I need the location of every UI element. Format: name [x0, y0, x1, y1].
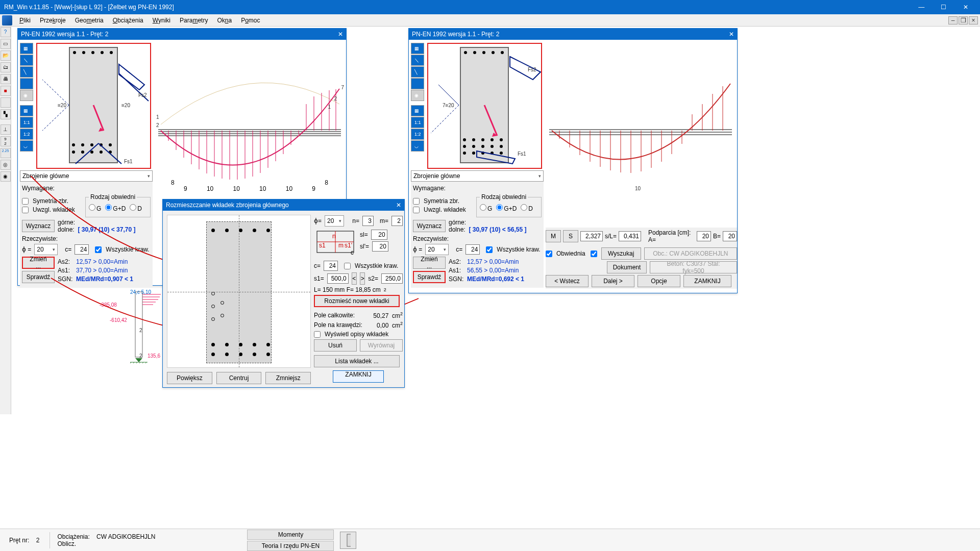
tool-circle-icon[interactable]: ◉ — [1, 171, 11, 182]
a-input[interactable] — [697, 231, 711, 241]
dlg-c-input[interactable] — [324, 261, 338, 271]
sprawdz-button[interactable]: Sprawdź — [22, 271, 55, 283]
tool-open-icon[interactable]: ▭ — [1, 39, 11, 49]
symetria-checkbox[interactable]: Symetria zbr. — [22, 197, 82, 205]
section-thumbnail-icon[interactable] — [340, 532, 356, 549]
tool-line1-icon-r[interactable]: ＼ — [411, 55, 424, 66]
radio-gd[interactable]: G+D — [105, 204, 126, 212]
radio-d-r[interactable]: D — [521, 204, 533, 212]
dlg-next-button[interactable]: > — [360, 272, 365, 285]
tool-12-icon-r[interactable]: 1:2 — [411, 129, 424, 140]
tool-11-icon-r[interactable]: 1:1 — [411, 117, 424, 128]
dalej-button[interactable]: Dalej > — [592, 275, 634, 287]
zmien-button[interactable]: Zmień ... — [22, 257, 55, 269]
menu-przekroje[interactable]: Przekroje — [36, 16, 70, 25]
tool-12-icon[interactable]: 1:2 — [20, 129, 33, 140]
wyswietl-checkbox[interactable]: Wyświetl opisy wkładek — [314, 331, 403, 338]
menu-parametry[interactable]: Parametry — [176, 16, 212, 25]
tool-arc-icon[interactable]: ◡ — [20, 140, 33, 152]
zamknij-button[interactable]: ZAMKNIJ — [683, 275, 731, 287]
tool-section-icon[interactable]: ⊥ — [1, 124, 11, 135]
mdi-close[interactable]: × — [969, 16, 978, 24]
dokument-button[interactable]: Dokument — [607, 261, 647, 273]
tool-grid-icon[interactable]: ▦ — [20, 43, 33, 54]
wyszukaj-button[interactable]: Wyszukaj — [601, 247, 641, 260]
phi-dropdown-r[interactable]: 20▾ — [425, 244, 449, 255]
tool-target-icon[interactable]: ◉ — [20, 90, 33, 101]
radio-gd-r[interactable]: G+D — [496, 204, 517, 212]
sl-value-input[interactable] — [619, 231, 641, 241]
tool-blank1[interactable] — [1, 97, 11, 108]
obwiednia-checkbox[interactable]: Obwiednia — [546, 250, 585, 257]
dlg-n-input[interactable] — [362, 216, 374, 226]
c-input-r[interactable] — [465, 244, 480, 255]
radio-g[interactable]: G — [89, 204, 101, 212]
tool-target-icon-r[interactable]: ◉ — [411, 90, 424, 101]
c-input[interactable] — [75, 244, 89, 255]
usun-button[interactable]: Usuń — [314, 339, 357, 352]
maximize-button[interactable]: ☐ — [934, 4, 954, 11]
menu-pomoc[interactable]: Pomoc — [237, 16, 264, 25]
radio-g-r[interactable]: G — [480, 204, 492, 212]
close-button[interactable]: ✕ — [955, 4, 976, 11]
tool-grid2-icon[interactable]: ▦ — [20, 105, 33, 116]
menu-wyniki[interactable]: Wyniki — [149, 16, 175, 25]
tool-spiral-icon[interactable]: ◎ — [1, 160, 11, 170]
tool-11-icon[interactable]: 1:1 — [20, 117, 33, 128]
uwzgl-checkbox[interactable]: Uwzgl. wkładek — [22, 206, 82, 213]
radio-d[interactable]: D — [130, 204, 142, 212]
section-dropdown-r[interactable]: Zbrojenie główne ▾ — [411, 170, 544, 182]
minimize-button[interactable]: — — [911, 4, 932, 11]
teoria-dropdown[interactable]: Teoria I rzędu PN-EN — [247, 541, 334, 551]
right-window-close-icon[interactable]: ✕ — [729, 31, 734, 38]
m-button[interactable]: M — [546, 230, 561, 242]
b-input[interactable] — [723, 231, 737, 241]
wyznacz-button[interactable]: Wyznacz — [22, 220, 55, 232]
dialog-close-icon[interactable]: ✕ — [396, 202, 401, 209]
opcje-button[interactable]: Opcje — [638, 275, 680, 287]
dlg-m-input[interactable] — [391, 216, 403, 226]
menu-okna[interactable]: Okna — [213, 16, 236, 25]
zmien-button-r[interactable]: Zmień ... — [413, 257, 446, 269]
mdi-restore[interactable]: ❐ — [959, 16, 968, 24]
s-button[interactable]: S — [563, 230, 578, 242]
tool-line1-icon[interactable]: ＼ — [20, 55, 33, 66]
tool-folder-icon[interactable]: 📂 — [1, 51, 11, 61]
all-kraw-checkbox[interactable]: Wszystkie kraw. — [95, 246, 149, 253]
dlg-s1-input[interactable] — [327, 273, 349, 284]
powieksz-button[interactable]: Powiększ — [167, 372, 212, 384]
s-value-input[interactable] — [580, 231, 603, 241]
tool-num-icon[interactable]: 92 — [1, 136, 11, 146]
tool-graph-icon[interactable]: ▚ — [1, 109, 11, 119]
all-kraw-checkbox-r[interactable]: Wszystkie kraw. — [486, 246, 540, 253]
dlg-allkraw-checkbox[interactable]: Wszystkie kraw. — [344, 262, 398, 269]
tool-grid-icon-r[interactable]: ▦ — [411, 43, 424, 54]
zmniejsz-button[interactable]: Zmniejsz — [265, 372, 311, 384]
tool-line2-icon-r[interactable]: ╲ — [411, 66, 424, 78]
dlg-zamknij-button[interactable]: ZAMKNIJ — [333, 370, 384, 383]
momenty-dropdown[interactable]: Momenty — [247, 530, 334, 540]
dlg-s2-input[interactable] — [381, 273, 403, 284]
dlg-phi-dropdown[interactable]: 20▾ — [325, 215, 344, 227]
rebar-section-canvas[interactable] — [167, 215, 311, 368]
tool-arc-icon-r[interactable]: ◡ — [411, 140, 424, 152]
symetria-checkbox-r[interactable]: Symetria zbr. — [413, 197, 473, 205]
tool-red-icon[interactable]: ■ — [1, 86, 11, 96]
extra-checkbox[interactable] — [591, 251, 597, 257]
centruj-button[interactable]: Centruj — [216, 372, 262, 384]
phi-dropdown[interactable]: 20▾ — [34, 244, 58, 255]
left-window-close-icon[interactable]: ✕ — [338, 31, 343, 38]
lista-button[interactable]: Lista wkładek ... — [314, 355, 400, 367]
tool-blank-icon-r[interactable] — [411, 78, 424, 89]
dlg-sl-input[interactable] — [371, 230, 387, 240]
dlg-slp-input[interactable] — [372, 241, 388, 252]
section-dropdown[interactable]: Zbrojenie główne ▾ — [20, 170, 153, 182]
menu-pliki[interactable]: Pliki — [15, 16, 35, 25]
menu-geometria[interactable]: Geometria — [71, 16, 108, 25]
sprawdz-button-r[interactable]: Sprawdź — [413, 271, 446, 283]
tool-print-icon[interactable]: 🖶 — [1, 74, 11, 84]
tool-save-icon[interactable]: 🗂 — [1, 62, 11, 72]
menu-obciazenia[interactable]: Obciążenia — [109, 16, 148, 25]
mdi-minimize[interactable]: – — [948, 16, 958, 24]
dlg-prev-button[interactable]: < — [352, 272, 357, 285]
